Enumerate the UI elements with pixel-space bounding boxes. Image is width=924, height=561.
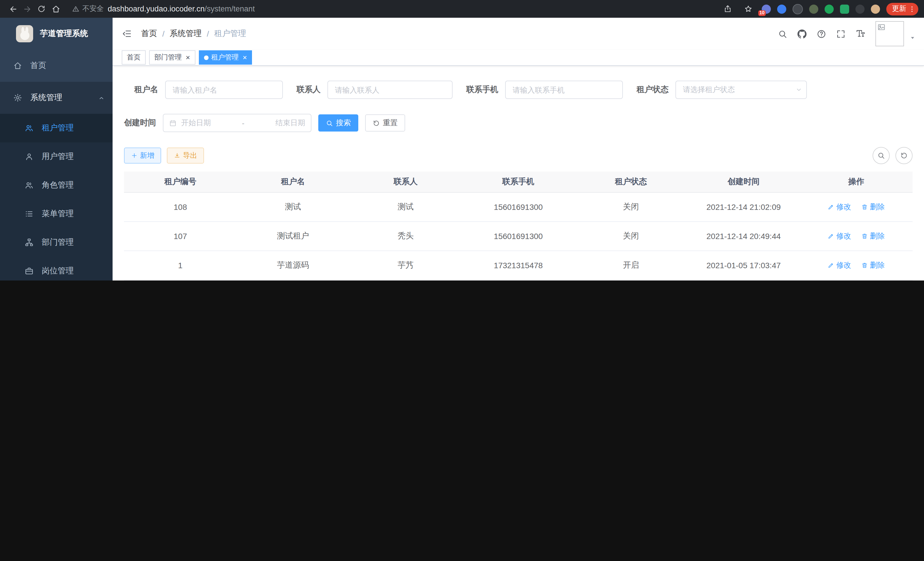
cell-actions: 修改 删除	[800, 193, 913, 222]
sidebar-item-label: 菜单管理	[42, 209, 74, 219]
create-time-range-picker[interactable]: 开始日期 - 结束日期	[163, 114, 311, 132]
cell-tenant-id: 1	[124, 251, 237, 280]
edit-link[interactable]: 修改	[828, 260, 851, 271]
font-size-icon[interactable]	[855, 29, 866, 39]
download-icon	[174, 152, 181, 159]
edit-icon	[828, 233, 835, 240]
sidebar-item-user[interactable]: 用户管理	[0, 142, 112, 171]
sidebar-item-dept[interactable]: 部门管理	[0, 228, 112, 257]
select-placeholder: 请选择租户状态	[683, 85, 735, 95]
delete-link[interactable]: 删除	[861, 231, 885, 241]
address-bar[interactable]: 不安全 dashboard.yudao.iocoder.cn/system/te…	[72, 4, 715, 14]
browser-update-button[interactable]: 更新	[886, 3, 918, 15]
delete-link[interactable]: 删除	[861, 202, 885, 212]
create-time-label: 创建时间	[124, 118, 156, 128]
extension-icon[interactable]	[809, 4, 818, 14]
user-menu-caret-icon[interactable]	[909, 34, 916, 41]
cell-created: 2021-12-14 20:49:44	[687, 222, 800, 251]
site-security-chip[interactable]: 不安全	[72, 4, 104, 14]
extension-icon[interactable]: 10	[762, 4, 771, 14]
tenant-status-select[interactable]: 请选择租户状态	[675, 81, 807, 99]
browser-home-icon[interactable]	[49, 2, 63, 16]
date-separator: -	[215, 119, 271, 127]
cell-phone: 15601691300	[462, 222, 574, 251]
tab-dept[interactable]: 部门管理 ×	[149, 50, 195, 65]
cell-phone: 15601691300	[462, 193, 574, 222]
col-created: 创建时间	[687, 171, 800, 193]
search-button[interactable]: 搜索	[318, 114, 358, 132]
post-briefcase-icon	[24, 266, 34, 276]
sidebar-item-role[interactable]: 角色管理	[0, 171, 112, 200]
sidebar-item-label: 首页	[30, 61, 46, 71]
reset-button[interactable]: 重置	[365, 114, 405, 132]
toggle-search-button[interactable]	[873, 147, 890, 164]
sidebar-item-menu[interactable]: 菜单管理	[0, 200, 112, 228]
table-header-row: 租户编号 租户名 联系人 联系手机 租户状态 创建时间 操作	[124, 171, 913, 193]
refresh-table-button[interactable]	[896, 147, 913, 164]
tab-label: 首页	[127, 53, 141, 62]
app-logo[interactable]: 芋道管理系统	[0, 18, 112, 50]
col-tenant-id: 租户编号	[124, 171, 237, 193]
sidebar-submenu-system: 租户管理 用户管理 角色管理 菜单管理 部门管理 岗位管理	[0, 114, 112, 281]
tab-label: 租户管理	[211, 53, 238, 62]
fullscreen-icon[interactable]	[836, 29, 846, 39]
chevron-up-icon	[98, 95, 105, 101]
cell-contact: 秃头	[350, 222, 462, 251]
cell-created: 2021-12-14 21:02:09	[687, 193, 800, 222]
sidebar-item-label: 系统管理	[30, 93, 62, 103]
table-row: 107 测试租户 秃头 15601691300 关闭 2021-12-14 20…	[124, 222, 913, 251]
cell-actions: 修改 删除	[800, 251, 913, 280]
close-icon[interactable]: ×	[186, 54, 190, 61]
contact-name-input[interactable]	[327, 81, 453, 99]
breadcrumb-home[interactable]: 首页	[141, 29, 157, 39]
breadcrumb-system[interactable]: 系统管理	[170, 29, 202, 39]
browser-back-icon[interactable]	[6, 2, 20, 16]
user-avatar[interactable]	[875, 21, 904, 46]
plus-icon	[131, 152, 138, 159]
extension-icon[interactable]	[825, 4, 834, 14]
close-icon[interactable]: ×	[243, 54, 247, 61]
tab-home[interactable]: 首页	[122, 50, 146, 65]
filter-row-2: 创建时间 开始日期 - 结束日期 搜索 重置	[124, 114, 913, 132]
github-icon[interactable]	[797, 29, 807, 39]
extension-icon[interactable]	[840, 4, 849, 14]
sidebar-fold-icon[interactable]	[122, 29, 132, 39]
delete-link[interactable]: 删除	[861, 260, 885, 271]
export-button[interactable]: 导出	[167, 147, 204, 164]
trash-icon	[861, 204, 868, 211]
breadcrumb-separator: /	[207, 29, 209, 38]
browser-forward-icon[interactable]	[20, 2, 34, 16]
edit-link[interactable]: 修改	[828, 202, 851, 212]
header-search-icon[interactable]	[778, 29, 788, 39]
browser-profile-avatar[interactable]	[871, 4, 880, 14]
user-icon	[24, 152, 34, 162]
active-dot	[204, 55, 208, 60]
tab-tenant[interactable]: 租户管理 ×	[199, 50, 252, 65]
cell-status: 关闭	[574, 193, 687, 222]
sidebar-item-post[interactable]: 岗位管理	[0, 257, 112, 281]
sidebar-item-home[interactable]: 首页	[0, 50, 112, 82]
browser-reload-icon[interactable]	[34, 2, 49, 16]
extension-icon[interactable]	[793, 4, 803, 14]
page-content: 租户名 联系人 联系手机 租户状态 请选择租户状态 创建时间 开始日期 -	[112, 66, 924, 281]
extension-icon[interactable]	[777, 4, 786, 14]
start-date-placeholder: 开始日期	[181, 118, 211, 128]
col-phone: 联系手机	[462, 171, 574, 193]
browser-chrome: 不安全 dashboard.yudao.iocoder.cn/system/te…	[0, 0, 924, 18]
help-icon[interactable]	[817, 29, 826, 39]
tenant-name-input[interactable]	[165, 81, 283, 99]
logo-image	[16, 25, 33, 42]
extension-icon[interactable]	[855, 4, 865, 14]
sidebar-item-tenant[interactable]: 租户管理	[0, 114, 112, 142]
contact-phone-input[interactable]	[505, 81, 623, 99]
search-icon	[326, 119, 333, 127]
edit-link[interactable]: 修改	[828, 231, 851, 241]
share-icon[interactable]	[721, 2, 735, 16]
add-button[interactable]: 新增	[124, 147, 161, 164]
edit-icon	[828, 204, 835, 211]
sidebar-item-system[interactable]: 系统管理	[0, 82, 112, 114]
sidebar-item-label: 角色管理	[42, 180, 74, 190]
end-date-placeholder: 结束日期	[275, 118, 305, 128]
bookmark-star-icon[interactable]	[741, 2, 755, 16]
browser-menu-dots-icon[interactable]	[908, 5, 916, 13]
